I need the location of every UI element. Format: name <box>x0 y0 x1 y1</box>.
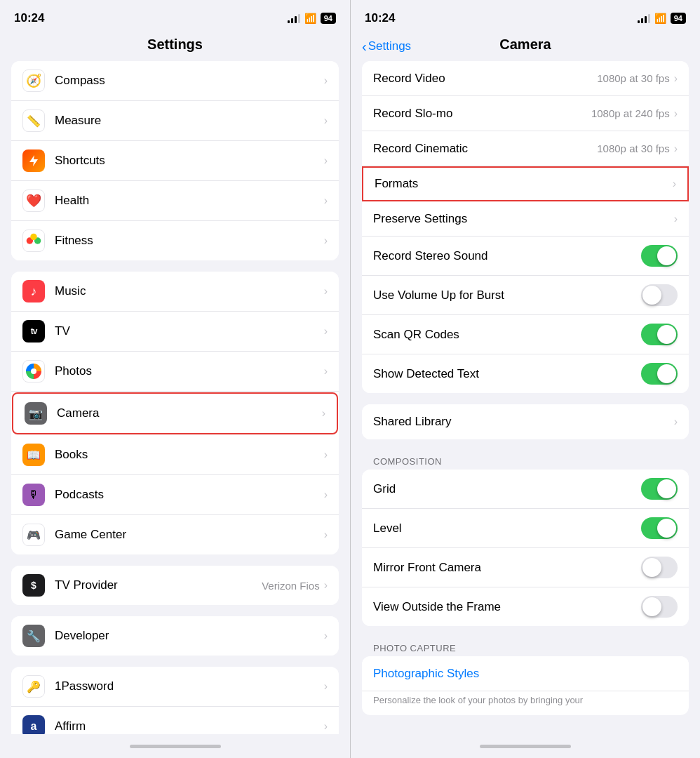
left-status-icons: 📶 94 <box>288 13 336 24</box>
record-cinematic-row[interactable]: Record Cinematic 1080p at 30 fps › <box>362 131 689 166</box>
books-icon: 📖 <box>22 444 45 466</box>
scan-qr-toggle[interactable] <box>641 324 678 345</box>
settings-row-compass[interactable]: 🧭 Compass › <box>11 61 339 101</box>
mirror-front-camera-label: Mirror Front Camera <box>373 561 641 575</box>
settings-row-tv[interactable]: tv TV › <box>11 312 339 352</box>
composition-section-label: COMPOSITION <box>362 451 689 470</box>
mirror-front-camera-toggle[interactable] <box>641 557 678 578</box>
left-page-title: Settings <box>147 36 203 52</box>
settings-row-tvprovider[interactable]: $ TV Provider Verizon Fios › <box>11 566 339 605</box>
right-home-indicator <box>351 734 700 758</box>
settings-row-books[interactable]: 📖 Books › <box>11 435 339 475</box>
settings-row-affirm[interactable]: a Affirm › <box>11 707 339 734</box>
right-wifi-icon: 📶 <box>654 13 666 24</box>
settings-row-shortcuts[interactable]: Shortcuts › <box>11 141 339 181</box>
affirm-icon: a <box>22 715 45 734</box>
gamecenter-chevron: › <box>324 528 328 541</box>
settings-row-music[interactable]: ♪ Music › <box>11 272 339 312</box>
show-detected-text-toggle[interactable] <box>641 363 678 385</box>
left-status-bar: 10:24 📶 94 <box>0 0 350 31</box>
view-outside-frame-toggle[interactable] <box>641 596 678 618</box>
measure-chevron: › <box>324 114 328 127</box>
photo-capture-group: Photographic Styles Personalize the look… <box>362 656 689 715</box>
right-panel: 10:24 📶 94 ‹ Settings Camera Record Vide… <box>350 0 700 758</box>
photo-capture-section-label: PHOTO CAPTURE <box>362 637 689 656</box>
gamecenter-icon: 🎮 <box>22 524 45 546</box>
record-cinematic-label: Record Cinematic <box>373 142 597 156</box>
developer-icon: 🔧 <box>22 625 45 647</box>
composition-group: Grid Level Mirror Front Camera View Outs… <box>362 470 689 626</box>
use-volume-up-row[interactable]: Use Volume Up for Burst <box>362 276 689 315</box>
shared-library-label: Shared Library <box>373 415 674 429</box>
settings-row-fitness[interactable]: Fitness › <box>11 221 339 260</box>
photographic-styles-row[interactable]: Photographic Styles <box>362 656 689 691</box>
tvprovider-label: TV Provider <box>55 578 262 592</box>
shared-library-row[interactable]: Shared Library › <box>362 404 689 439</box>
level-toggle[interactable] <box>641 517 678 539</box>
right-battery: 94 <box>671 13 686 24</box>
toggle-thumb-6 <box>657 519 676 538</box>
toggle-thumb-5 <box>657 479 676 498</box>
formats-row[interactable]: Formats › <box>362 166 689 201</box>
settings-row-measure[interactable]: 📏 Measure › <box>11 101 339 141</box>
record-slomo-chevron: › <box>674 107 678 120</box>
settings-row-photos[interactable]: Photos › <box>11 352 339 392</box>
tv-chevron: › <box>324 325 328 338</box>
grid-toggle[interactable] <box>641 478 678 500</box>
settings-group-3: $ TV Provider Verizon Fios › <box>11 566 339 605</box>
scan-qr-row[interactable]: Scan QR Codes <box>362 315 689 354</box>
mirror-front-camera-row[interactable]: Mirror Front Camera <box>362 548 689 587</box>
level-row[interactable]: Level <box>362 509 689 548</box>
grid-row[interactable]: Grid <box>362 470 689 509</box>
photographic-styles-description: Personalize the look of your photos by b… <box>362 691 689 715</box>
right-status-icons: 📶 94 <box>638 13 686 24</box>
record-slomo-value: 1080p at 240 fps <box>591 107 670 119</box>
settings-row-podcasts[interactable]: 🎙 Podcasts › <box>11 475 339 515</box>
measure-icon: 📏 <box>22 109 45 132</box>
preserve-settings-label: Preserve Settings <box>373 212 674 226</box>
preserve-settings-row[interactable]: Preserve Settings › <box>362 201 689 237</box>
left-panel: 10:24 📶 94 Settings 🧭 Compass › 📏 <box>0 0 350 758</box>
compass-icon: 🧭 <box>22 69 45 92</box>
back-button[interactable]: ‹ Settings <box>362 39 411 53</box>
settings-row-health[interactable]: ❤️ Health › <box>11 181 339 221</box>
view-outside-frame-row[interactable]: View Outside the Frame <box>362 587 689 626</box>
measure-label: Measure <box>55 114 324 128</box>
svg-point-2 <box>30 234 36 240</box>
shortcuts-chevron: › <box>324 154 328 167</box>
formats-label: Formats <box>375 177 673 191</box>
settings-group-2: ♪ Music › tv TV › P <box>11 272 339 554</box>
show-detected-text-row[interactable]: Show Detected Text <box>362 354 689 393</box>
right-home-bar <box>480 745 571 748</box>
fitness-chevron: › <box>324 234 328 247</box>
camera-chevron: › <box>322 407 325 420</box>
right-nav-header: ‹ Settings Camera <box>351 31 700 61</box>
record-video-row[interactable]: Record Video 1080p at 30 fps › <box>362 61 689 96</box>
record-stereo-toggle[interactable] <box>641 245 678 267</box>
settings-row-1password[interactable]: 🔑 1Password › <box>11 667 339 707</box>
back-chevron-icon: ‹ <box>362 39 367 53</box>
left-settings-content: 🧭 Compass › 📏 Measure › Shortcuts › ❤️ H… <box>0 61 350 734</box>
record-stereo-row[interactable]: Record Stereo Sound <box>362 237 689 276</box>
record-cinematic-chevron: › <box>674 142 678 155</box>
books-label: Books <box>55 448 324 462</box>
view-outside-frame-label: View Outside the Frame <box>373 600 641 614</box>
podcasts-chevron: › <box>324 488 328 501</box>
use-volume-up-toggle[interactable] <box>641 284 678 306</box>
settings-group-5: 🔑 1Password › a Affirm › › <box>11 667 339 734</box>
right-status-time: 10:24 <box>365 11 395 25</box>
photographic-styles-label: Photographic Styles <box>373 667 678 681</box>
record-slomo-row[interactable]: Record Slo-mo 1080p at 240 fps › <box>362 96 689 131</box>
record-stereo-label: Record Stereo Sound <box>373 249 641 263</box>
toggle-thumb <box>657 246 676 265</box>
preserve-settings-chevron: › <box>674 213 678 225</box>
settings-row-gamecenter[interactable]: 🎮 Game Center › <box>11 515 339 554</box>
settings-row-developer[interactable]: 🔧 Developer › <box>11 616 339 656</box>
toggle-thumb-7 <box>642 558 661 577</box>
settings-row-camera[interactable]: 📷 Camera › <box>12 392 338 434</box>
tvprovider-value: Verizon Fios <box>262 580 320 592</box>
right-signal-icon <box>638 13 650 23</box>
affirm-label: Affirm <box>55 719 324 733</box>
health-label: Health <box>55 194 324 208</box>
toggle-thumb-2 <box>642 286 661 305</box>
